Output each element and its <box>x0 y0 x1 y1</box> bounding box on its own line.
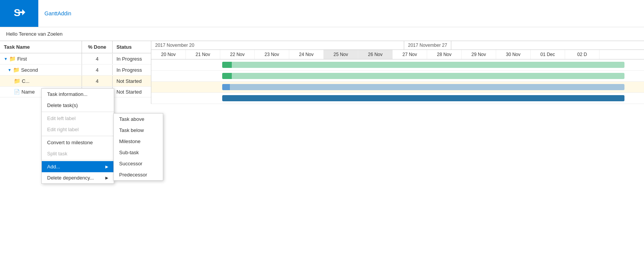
gantt-period-1: 2017 November 20 <box>151 41 404 49</box>
gantt-date-col: 27 Nov <box>393 50 427 59</box>
ctx-task-information[interactable]: Task information... <box>42 89 114 100</box>
logo-box: S <box>0 0 38 27</box>
task-name-cell: 📁 C... <box>0 76 82 86</box>
task-status-cell: In Progress <box>113 65 151 75</box>
gantt-bar <box>222 95 624 101</box>
gantt-date-col: 20 Nov <box>151 50 186 59</box>
gantt-bar-row <box>151 82 644 93</box>
gantt-date-col: 01 Dec <box>531 50 565 59</box>
gantt-period-2: 2017 November 27 <box>404 41 451 49</box>
task-done-cell: 4 <box>82 65 113 75</box>
gantt-rows <box>151 59 644 104</box>
task-row[interactable]: ▼ 📁 Second 4 In Progress <box>0 64 151 76</box>
task-done-cell: 4 <box>82 76 113 86</box>
gantt-bar-progress <box>222 84 230 90</box>
folder-icon: 📁 <box>9 56 16 62</box>
header: S GanttAddin <box>0 0 644 27</box>
context-menu: Task information... Delete task(s) Edit … <box>41 88 114 104</box>
gantt-date-col: 22 Nov <box>220 50 255 59</box>
gantt-bar <box>222 62 624 68</box>
col-task-name: Task Name <box>0 41 82 53</box>
greeting: Hello Terence van Zoelen <box>0 27 644 41</box>
task-name-label: Name <box>21 89 35 95</box>
task-status-cell: In Progress <box>113 54 151 64</box>
task-row[interactable]: ▼ 📁 First 4 In Progress <box>0 53 151 64</box>
gantt-date-col: 28 Nov <box>427 50 462 59</box>
gantt-bar-row <box>151 71 644 82</box>
gantt-date-col: 21 Nov <box>186 50 220 59</box>
file-icon: 📄 <box>14 89 20 95</box>
gantt-date-col: 30 Nov <box>496 50 531 59</box>
gantt-period-header: 2017 November 20 2017 November 27 <box>151 41 644 50</box>
folder-icon: 📁 <box>13 67 20 73</box>
col-pct-done: % Done <box>82 41 113 53</box>
task-row[interactable]: 📁 C... 4 Not Started <box>0 76 151 87</box>
task-name-cell: ▼ 📁 First <box>0 53 82 64</box>
gantt-bar-row <box>151 93 644 104</box>
gantt-bar <box>222 84 624 90</box>
gantt-dates-header: 20 Nov 21 Nov 22 Nov 23 Nov 24 Nov 25 No… <box>151 50 644 59</box>
task-name-label: C... <box>22 78 29 84</box>
sharepoint-logo: S <box>11 4 28 23</box>
gantt-bar-row <box>151 59 644 71</box>
gantt-date-col: 26 Nov <box>358 50 393 59</box>
task-status-cell: Not Started <box>113 87 151 97</box>
gantt-bar-progress <box>222 62 232 68</box>
gantt-panel: 2017 November 20 2017 November 27 20 Nov… <box>151 41 644 104</box>
gantt-bar-progress <box>222 73 232 79</box>
col-status: Status <box>113 41 151 53</box>
ctx-delete-tasks[interactable]: Delete task(s) <box>42 100 114 104</box>
gantt-date-col: 24 Nov <box>289 50 324 59</box>
task-table-header: Task Name % Done Status <box>0 41 151 53</box>
folder-icon: 📁 <box>14 78 20 84</box>
gantt-bar <box>222 73 624 79</box>
task-name-cell: ▼ 📁 Second <box>0 64 82 75</box>
gantt-date-col: 29 Nov <box>462 50 496 59</box>
gantt-date-col: 25 Nov <box>324 50 358 59</box>
task-name-label: Second <box>21 67 38 73</box>
caret-icon[interactable]: ▼ <box>4 57 8 61</box>
gantt-date-col: 02 D <box>565 50 600 59</box>
caret-icon[interactable]: ▼ <box>8 68 11 72</box>
task-name-label: First <box>17 56 27 62</box>
app-title: GanttAddin <box>44 10 71 16</box>
gantt-date-col: 23 Nov <box>255 50 289 59</box>
task-status-cell: Not Started <box>113 76 151 86</box>
task-done-cell: 4 <box>82 54 113 64</box>
